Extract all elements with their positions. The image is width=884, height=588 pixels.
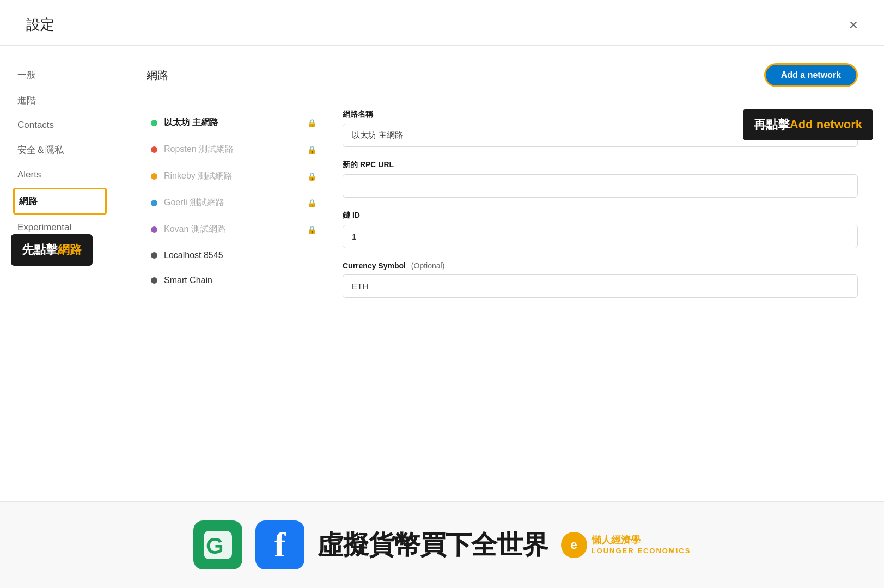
add-network-tooltip: 再點擊Add network [743,109,873,140]
network-item-goerli[interactable]: Goerli 測試網路 🔒 [147,189,321,216]
add-network-button[interactable]: Add a network [764,63,858,87]
lock-icon-rinkeby: 🔒 [307,172,316,181]
modal-header: 設定 × [0,0,884,46]
network-item-rinkeby[interactable]: Rinkeby 測試網路 🔒 [147,163,321,189]
network-item-ethereum[interactable]: 以太坊 主網路 🔒 [147,109,321,136]
network-list: 以太坊 主網路 🔒 Ropsten 測試網路 🔒 Rinkeby 測試網路 🔒 [147,109,321,311]
network-dot-ropsten [151,146,157,153]
tooltip-header-prefix: 再點擊 [754,118,790,131]
brand-text: 懶人經濟學 LOUNGER ECONOMICS [592,535,691,555]
network-name-goerli: Goerli 測試網路 [164,197,301,209]
network-name-rinkeby: Rinkeby 測試網路 [164,170,301,182]
tooltip-header-highlight: Add network [790,118,862,131]
network-item-ropsten[interactable]: Ropsten 測試網路 🔒 [147,136,321,163]
modal-container: 設定 × 再點擊Add network 一般 進階 Contacts 安全＆隱私… [0,0,884,588]
currency-symbol-input[interactable] [343,274,858,298]
network-dot-smartchain [151,277,157,284]
network-name-ropsten: Ropsten 測試網路 [164,144,301,155]
main-content: 網路 Add a network 以太坊 主網路 🔒 Ropsten 測試網路 … [120,46,884,416]
sidebar-item-networks[interactable]: 網路 [13,188,107,215]
currency-label: Currency Symbol (Optional) [343,261,858,270]
lock-icon-ropsten: 🔒 [307,145,316,154]
content-title: 網路 [147,68,168,83]
network-name-ethereum: 以太坊 主網路 [164,117,301,128]
form-group-currency: Currency Symbol (Optional) [343,261,858,298]
sidebar: 一般 進階 Contacts 安全＆隱私 Alerts 網路 Experimen… [0,46,120,416]
network-dot-localhost [151,252,157,259]
network-name-kovan: Kovan 測試網路 [164,224,301,235]
modal-title: 設定 [26,15,54,34]
chain-id-input[interactable] [343,225,858,248]
network-item-smartchain[interactable]: Smart Chain [147,268,321,293]
network-dot-rinkeby [151,173,157,180]
sidebar-item-general[interactable]: 一般 [13,63,107,87]
facebook-logo: f [255,520,304,569]
sidebar-item-contacts[interactable]: Contacts [13,114,107,136]
network-dot-goerli [151,200,157,206]
footer-banner: G f 虛擬貨幣買下全世界 e 懶人經濟學 LOUNGER ECONOMICS [0,501,884,588]
lock-icon-goerli: 🔒 [307,199,316,207]
green-logo: G [193,520,242,569]
footer-brand: e 懶人經濟學 LOUNGER ECONOMICS [561,532,691,558]
rpc-url-input[interactable] [343,174,858,198]
brand-logo: e [561,532,587,558]
network-item-kovan[interactable]: Kovan 測試網路 🔒 [147,216,321,243]
footer-main-text: 虛擬貨幣買下全世界 [318,528,548,562]
form-group-rpc-url: 新的 RPC URL [343,160,858,198]
rpc-url-label: 新的 RPC URL [343,160,858,170]
network-item-localhost[interactable]: Localhost 8545 [147,243,321,268]
sidebar-tooltip: 先點擊網路 [11,234,93,266]
network-name-smartchain: Smart Chain [164,275,316,285]
form-group-chain-id: 鏈 ID [343,211,858,248]
modal-body: 一般 進階 Contacts 安全＆隱私 Alerts 網路 Experimen… [0,46,884,416]
lock-icon-kovan: 🔒 [307,225,316,234]
sidebar-item-security[interactable]: 安全＆隱私 [13,138,107,162]
sidebar-item-advanced[interactable]: 進階 [13,89,107,112]
network-name-localhost: Localhost 8545 [164,250,316,260]
svg-text:G: G [206,533,224,559]
tooltip-sidebar-highlight: 網路 [58,243,82,256]
tooltip-sidebar-prefix: 先點擊 [22,243,58,256]
chain-id-label: 鏈 ID [343,211,858,220]
network-dot-ethereum [151,120,157,126]
content-header: 網路 Add a network [147,63,858,96]
lock-icon-ethereum: 🔒 [307,119,316,127]
close-button[interactable]: × [849,17,858,33]
sidebar-item-alerts[interactable]: Alerts [13,164,107,186]
network-dot-kovan [151,226,157,233]
